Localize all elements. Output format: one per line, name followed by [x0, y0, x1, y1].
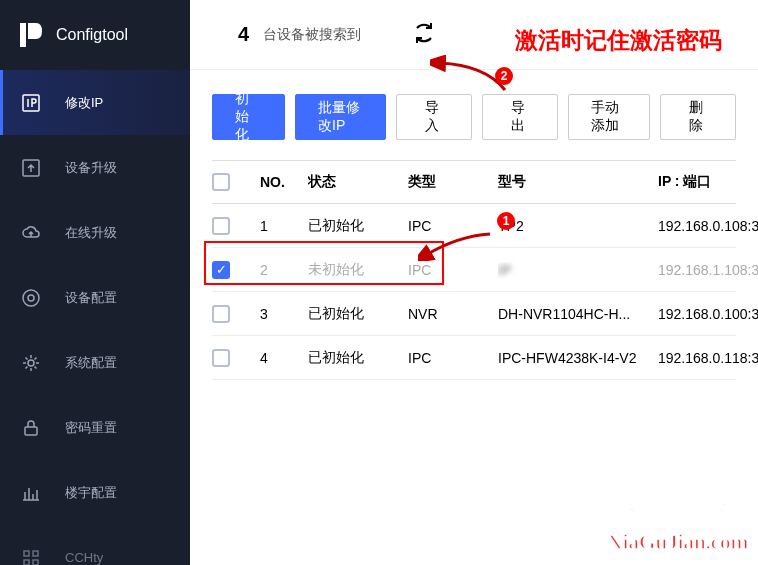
manual-add-button[interactable]: 手动添加: [568, 94, 650, 140]
row-checkbox[interactable]: [212, 305, 230, 323]
watermark-line2: XiaGuJian.com: [607, 529, 748, 555]
col-ipport: IP : 端口: [658, 173, 758, 191]
sidebar-item-online-upgrade[interactable]: 在线升级: [0, 200, 190, 265]
row-checkbox[interactable]: [212, 349, 230, 367]
cell-ipport: 192.168.0.118:37777: [658, 350, 758, 366]
col-model: 型号: [498, 173, 658, 191]
cell-model: IPC-HFW4238K-I4-V2: [498, 350, 658, 366]
lock-icon: [22, 419, 40, 437]
svg-point-2: [23, 290, 39, 306]
cell-no: 3: [260, 306, 308, 322]
cell-no: 1: [260, 218, 308, 234]
sidebar-item-building[interactable]: 楼宇配置: [0, 460, 190, 525]
import-button[interactable]: 导入: [396, 94, 472, 140]
export-button[interactable]: 导出: [482, 94, 558, 140]
dots-icon: [22, 549, 40, 566]
cell-type: IPC: [408, 350, 498, 366]
svg-rect-0: [23, 95, 39, 111]
sidebar-item-label: 楼宇配置: [65, 484, 117, 502]
sidebar-item-modify-ip[interactable]: 修改IP: [0, 70, 190, 135]
device-count-text: 台设备被搜索到: [263, 26, 361, 44]
cell-no: 4: [260, 350, 308, 366]
cell-model: TP2: [498, 218, 658, 234]
cell-status: 已初始化: [308, 305, 408, 323]
cell-ipport: 192.168.0.100:37777: [658, 306, 758, 322]
row-checkbox[interactable]: ✓: [212, 261, 230, 279]
svg-rect-6: [24, 551, 29, 556]
sidebar-item-device-config[interactable]: 设备配置: [0, 265, 190, 330]
sidebar-item-pwd-reset[interactable]: 密码重置: [0, 395, 190, 460]
app-logo-icon: [18, 21, 44, 49]
device-count: 4: [238, 23, 249, 46]
annotation-badge-2: 2: [495, 67, 513, 85]
sidebar-item-label: 设备配置: [65, 289, 117, 307]
sidebar-item-label: 系统配置: [65, 354, 117, 372]
sidebar-item-label: CCHty: [65, 550, 103, 565]
col-status: 状态: [308, 173, 408, 191]
sidebar-item-system-config[interactable]: 系统配置: [0, 330, 190, 395]
select-all-checkbox[interactable]: [212, 173, 230, 191]
cloud-up-icon: [22, 224, 40, 242]
sidebar-item-upgrade[interactable]: 设备升级: [0, 135, 190, 200]
svg-rect-5: [25, 427, 37, 435]
svg-point-4: [28, 360, 34, 366]
svg-rect-7: [33, 551, 38, 556]
cell-status: 已初始化: [308, 217, 408, 235]
toolbar: 初始化 批量修改IP 导入 导出 手动添加 删除: [212, 94, 736, 140]
col-no: NO.: [260, 174, 308, 190]
cell-model: DH-NVR1104HC-H...: [498, 306, 658, 322]
cell-status: 已初始化: [308, 349, 408, 367]
batch-ip-button[interactable]: 批量修改IP: [295, 94, 386, 140]
init-button[interactable]: 初始化: [212, 94, 285, 140]
annotation-arrow-2: [418, 231, 493, 261]
row-checkbox[interactable]: [212, 217, 230, 235]
cell-ipport: 192.168.1.108:37777: [658, 262, 758, 278]
cell-no: 2: [260, 262, 308, 278]
cell-status: 未初始化: [308, 261, 408, 279]
annotation-text: 激活时记住激活密码: [515, 25, 722, 56]
watermark-line1: 下固件网: [607, 497, 748, 529]
sidebar-item-cc[interactable]: CCHty: [0, 525, 190, 565]
building-icon: [22, 484, 40, 502]
table-row: 4 已初始化 IPC IPC-HFW4238K-I4-V2 192.168.0.…: [212, 336, 736, 380]
sidebar: Configtool 修改IP 设备升级 在线升级 设备配置 系统配置 密码重置…: [0, 0, 190, 565]
system-config-icon: [22, 354, 40, 372]
app-name: Configtool: [56, 26, 128, 44]
sidebar-item-label: 密码重置: [65, 419, 117, 437]
svg-point-3: [28, 295, 34, 301]
annotation-badge-1: 1: [497, 212, 515, 230]
sidebar-item-label: 在线升级: [65, 224, 117, 242]
device-config-icon: [22, 289, 40, 307]
svg-rect-8: [24, 560, 29, 565]
sidebar-item-label: 修改IP: [65, 94, 103, 112]
cell-type: NVR: [408, 306, 498, 322]
logo-bar: Configtool: [0, 0, 190, 70]
table-row: 3 已初始化 NVR DH-NVR1104HC-H... 192.168.0.1…: [212, 292, 736, 336]
ip-icon: [22, 94, 40, 112]
sidebar-item-label: 设备升级: [65, 159, 117, 177]
cell-ipport: 192.168.0.108:37777: [658, 218, 758, 234]
watermark: 下固件网 XiaGuJian.com: [607, 497, 748, 555]
upgrade-icon: [22, 159, 40, 177]
delete-button[interactable]: 删除: [660, 94, 736, 140]
cell-type: IPC: [408, 262, 498, 278]
table-header: NO. 状态 类型 型号 IP : 端口 MA: [212, 160, 736, 204]
content-area: 初始化 批量修改IP 导入 导出 手动添加 删除 NO. 状态 类型 型号 IP…: [190, 70, 758, 565]
svg-rect-9: [33, 560, 38, 565]
device-table: NO. 状态 类型 型号 IP : 端口 MA 1 已初始化 IPC TP2 1…: [212, 160, 736, 380]
refresh-icon[interactable]: [411, 20, 437, 49]
cell-model: IP: [498, 262, 658, 278]
col-type: 类型: [408, 173, 498, 191]
